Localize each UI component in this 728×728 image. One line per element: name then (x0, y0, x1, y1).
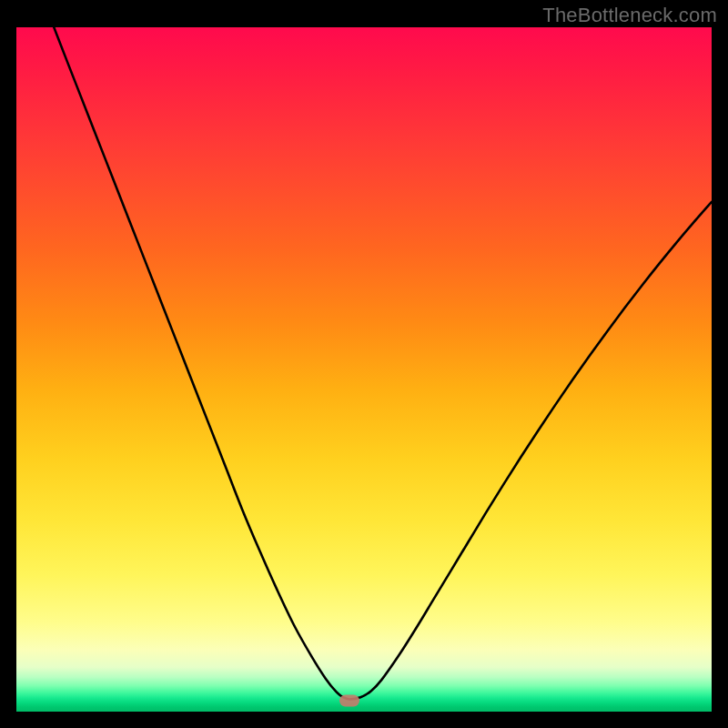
chart-stage: TheBottleneck.com (0, 0, 728, 728)
bottleneck-curve (16, 27, 712, 712)
watermark-text: TheBottleneck.com (542, 4, 717, 27)
optimal-point-marker (339, 694, 359, 706)
plot-area (16, 27, 712, 712)
